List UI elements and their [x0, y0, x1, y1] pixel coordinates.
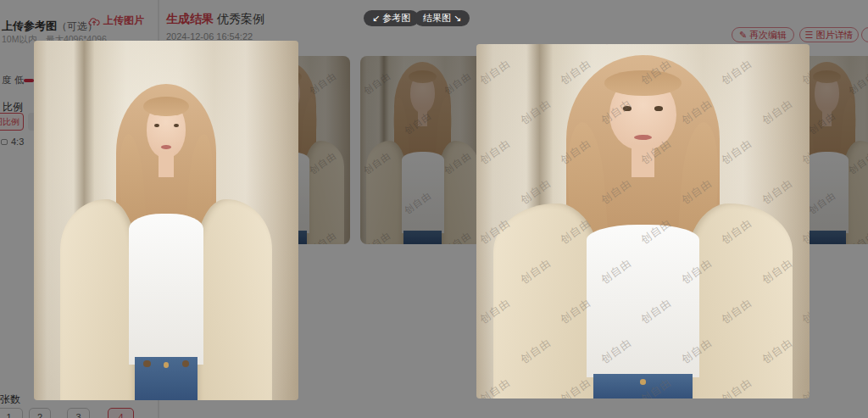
- arrow-southeast-icon: ↘: [453, 13, 461, 24]
- reference-image-toggle[interactable]: ↙ 参考图: [364, 10, 419, 26]
- app-window: 上传参考图（可选） 10M以内，最大4096*4096 上传图片 度 低 比例 …: [0, 0, 868, 418]
- result-photo[interactable]: 创自由创自由创自由创自由创自由创自由创自由创自由创自由创自由创自由创自由创自由创…: [476, 44, 810, 398]
- reference-photo[interactable]: [34, 41, 298, 400]
- arrow-southwest-icon: ↙: [372, 13, 380, 24]
- result-toggle-label: 结果图: [423, 12, 451, 25]
- reference-toggle-label: 参考图: [382, 12, 410, 25]
- result-image-toggle[interactable]: 结果图 ↘: [415, 10, 470, 26]
